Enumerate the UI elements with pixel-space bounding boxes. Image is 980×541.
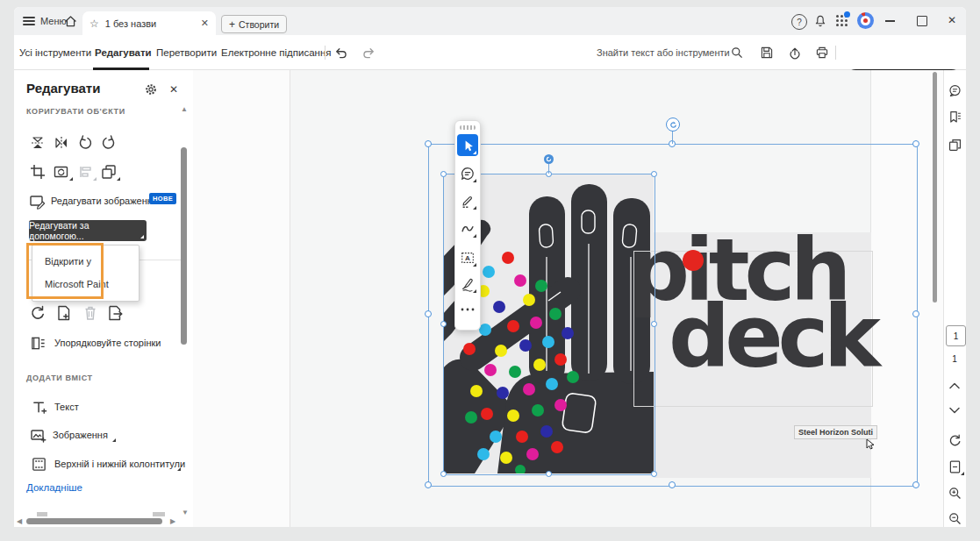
edit-image-label[interactable]: Редагувати зображення	[51, 196, 158, 206]
selection-handle-s[interactable]	[669, 481, 676, 488]
scroll-right-arrow[interactable]: ▶	[170, 517, 175, 525]
selection-handle-se[interactable]	[912, 481, 919, 488]
document-canvas[interactable]: pitch deck Steel Horizon Soluti	[193, 70, 943, 527]
dropdown-corner	[473, 206, 476, 210]
chevron-down-icon[interactable]	[949, 407, 960, 414]
search-icon[interactable]	[730, 46, 744, 60]
help-icon[interactable]: ?	[791, 14, 807, 30]
rotate-cw-icon[interactable]	[100, 134, 118, 152]
rotate-handle[interactable]	[666, 117, 680, 132]
close-icon[interactable]: ✕	[948, 14, 956, 26]
scroll-up-arrow[interactable]: ▲	[181, 105, 188, 113]
selection-handle-e[interactable]	[912, 310, 919, 317]
dropdown-corner	[140, 235, 144, 238]
image-handle-w[interactable]	[440, 321, 447, 327]
home-icon[interactable]	[63, 14, 78, 29]
selection-handle-sw[interactable]	[425, 481, 432, 488]
rotate-view-icon[interactable]	[948, 433, 962, 448]
document-tab[interactable]: ☆ 1 без назви ✕	[82, 11, 216, 35]
page-total: 1	[943, 354, 966, 364]
flip-vertical-icon[interactable]	[29, 134, 46, 152]
replace-image-icon[interactable]	[53, 163, 70, 181]
highlight-tool[interactable]	[457, 190, 478, 211]
zoom-out-icon[interactable]	[948, 511, 962, 526]
draw-tool[interactable]	[457, 218, 478, 239]
panel-title: Редагувати	[26, 81, 100, 96]
canvas-vertical-scrollbar[interactable]	[933, 72, 937, 303]
fill-sign-tool[interactable]	[457, 274, 478, 295]
main-toolbar: Усі інструменти Редагувати Перетворити Е…	[14, 35, 966, 70]
header-footer-icon[interactable]	[31, 456, 47, 473]
drag-handle[interactable]	[460, 125, 476, 130]
maximize-icon[interactable]	[917, 16, 927, 26]
text-box-tool[interactable]: A	[457, 247, 478, 268]
selection-handle-w[interactable]	[425, 310, 432, 317]
image-handle-e[interactable]	[651, 321, 657, 327]
add-image-label[interactable]: Зображення	[53, 430, 108, 440]
fit-page-icon[interactable]	[948, 459, 962, 474]
extract-page-icon[interactable]	[106, 304, 124, 322]
tab-all-tools[interactable]: Усі інструменти	[19, 35, 91, 70]
tab-convert[interactable]: Перетворити	[156, 35, 217, 70]
insert-page-icon[interactable]	[55, 304, 73, 322]
comments-icon[interactable]	[948, 83, 962, 98]
bell-icon[interactable]	[813, 14, 827, 28]
quick-tools-toolbar: A	[454, 120, 481, 331]
toolbar-divider-2	[835, 46, 836, 60]
more-tools[interactable]	[457, 299, 478, 320]
redo-icon[interactable]	[361, 46, 376, 61]
minimize-icon[interactable]	[885, 20, 895, 22]
edit-image-icon[interactable]	[29, 193, 46, 210]
add-image-icon[interactable]	[30, 427, 47, 445]
bookmarks-icon[interactable]	[948, 110, 962, 125]
star-icon[interactable]: ☆	[89, 18, 99, 30]
save-icon[interactable]	[760, 46, 774, 60]
crop-icon[interactable]	[29, 163, 46, 181]
close-tab-icon[interactable]: ✕	[201, 18, 209, 29]
add-text-icon[interactable]	[32, 399, 48, 416]
arrange-objects-icon[interactable]	[100, 163, 118, 181]
more-link[interactable]: Докладніше	[26, 482, 82, 493]
edit-with-button[interactable]: Редагувати за допомогою...	[29, 220, 147, 241]
panel-horizontal-scrollbar[interactable]	[26, 518, 162, 524]
page-number-input[interactable]: 1	[946, 325, 966, 346]
scroll-down-arrow[interactable]: ▼	[182, 509, 189, 516]
image-handle-se[interactable]	[651, 471, 657, 477]
header-footer-label[interactable]: Верхній і нижній колонтитули	[54, 459, 185, 469]
section-add-content: ДОДАТИ ВМІСТ	[26, 374, 93, 382]
zoom-in-icon[interactable]	[948, 486, 962, 501]
image-handle-s[interactable]	[546, 471, 552, 477]
selection-handle-ne[interactable]	[912, 140, 919, 147]
image-handle-nw[interactable]	[440, 171, 447, 177]
organize-pages-icon[interactable]	[30, 335, 46, 352]
apps-grid-icon[interactable]	[835, 14, 848, 27]
upload-icon[interactable]	[788, 46, 802, 60]
search-field[interactable]: Знайти текст або інструменти	[597, 47, 730, 58]
rotate-page-icon[interactable]	[29, 304, 46, 322]
undo-icon[interactable]	[333, 46, 348, 61]
panel-vertical-scrollbar[interactable]	[181, 147, 187, 345]
organize-pages-label[interactable]: Упорядковуйте сторінки	[54, 338, 161, 348]
tab-esign[interactable]: Електронне підписання	[221, 35, 332, 70]
dropdown-corner	[93, 177, 97, 181]
chevron-up-icon[interactable]	[949, 382, 960, 389]
add-text-label[interactable]: Текст	[54, 402, 79, 412]
avatar[interactable]	[857, 12, 874, 29]
dropdown-corner	[473, 289, 476, 293]
flip-horizontal-icon[interactable]	[53, 134, 70, 152]
image-rotate-handle[interactable]	[544, 154, 554, 164]
page-thumbnails-icon[interactable]	[948, 138, 962, 153]
scroll-left-arrow[interactable]: ◀	[17, 517, 22, 525]
rotate-ccw-icon[interactable]	[76, 134, 94, 152]
close-panel-icon[interactable]: ✕	[169, 83, 178, 96]
add-comment-tool[interactable]	[457, 163, 478, 184]
select-tool-active[interactable]	[457, 134, 478, 156]
print-icon[interactable]	[815, 46, 829, 60]
image-handle-sw[interactable]	[440, 471, 447, 477]
menu-icon[interactable]	[23, 17, 35, 25]
create-button[interactable]: + Створити	[221, 15, 287, 33]
tab-edit[interactable]: Редагувати	[95, 35, 152, 70]
image-handle-ne[interactable]	[651, 171, 657, 177]
selection-handle-nw[interactable]	[425, 140, 432, 147]
gear-icon[interactable]	[144, 82, 158, 96]
